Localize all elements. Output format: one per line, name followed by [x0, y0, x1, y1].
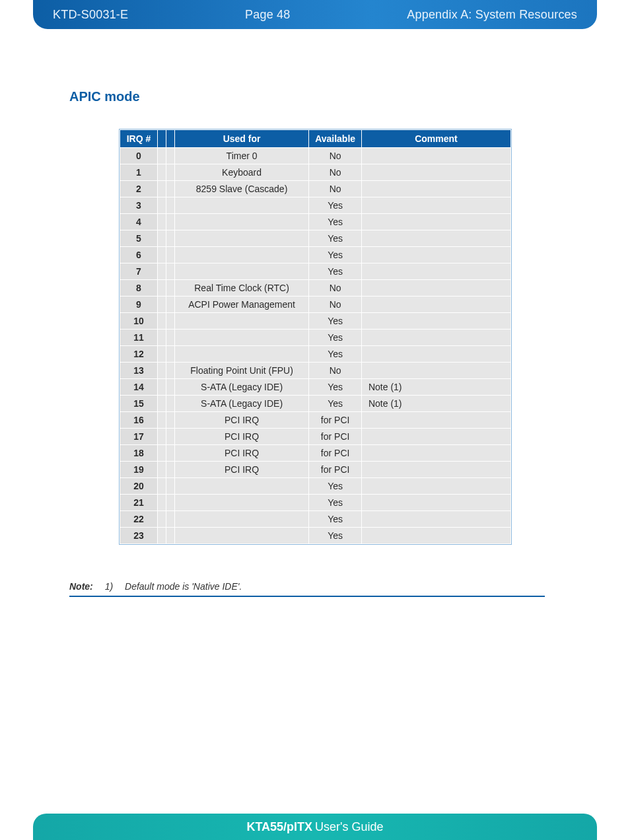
cell-used-for — [174, 511, 308, 528]
cell-gap — [157, 462, 166, 478]
table-row: 23Yes — [120, 528, 511, 544]
cell-gap — [166, 379, 174, 396]
table-row: 14S-ATA (Legacy IDE)YesNote (1) — [120, 379, 511, 396]
cell-comment — [361, 164, 510, 181]
cell-irq: 7 — [120, 263, 158, 280]
cell-available: Yes — [309, 511, 362, 528]
cell-gap — [166, 330, 174, 346]
cell-available: Yes — [309, 495, 362, 511]
cell-irq: 6 — [120, 247, 158, 263]
page-number: Page 48 — [128, 8, 407, 22]
cell-available: Yes — [309, 197, 362, 214]
cell-gap — [166, 247, 174, 263]
cell-used-for — [174, 495, 308, 511]
cell-gap — [157, 396, 166, 412]
cell-used-for: PCI IRQ — [174, 462, 308, 478]
table-row: 21Yes — [120, 495, 511, 511]
cell-available: Yes — [309, 313, 362, 330]
table-row: 3Yes — [120, 197, 511, 214]
table-row: 22Yes — [120, 511, 511, 528]
cell-gap — [166, 396, 174, 412]
cell-comment — [361, 429, 510, 445]
cell-available: No — [309, 363, 362, 379]
cell-gap — [157, 363, 166, 379]
cell-irq: 9 — [120, 297, 158, 313]
cell-irq: 21 — [120, 495, 158, 511]
cell-available: Yes — [309, 247, 362, 263]
cell-used-for — [174, 214, 308, 230]
cell-comment — [361, 478, 510, 495]
cell-available: No — [309, 164, 362, 181]
note-block: Note: 1) Default mode is 'Native IDE'. — [69, 581, 545, 597]
cell-irq: 20 — [120, 478, 158, 495]
cell-used-for — [174, 263, 308, 280]
table-row: 18PCI IRQfor PCI — [120, 445, 511, 462]
cell-gap — [157, 148, 166, 164]
cell-comment: Note (1) — [361, 379, 510, 396]
cell-available: Yes — [309, 230, 362, 247]
table-row: 11Yes — [120, 330, 511, 346]
cell-gap — [157, 478, 166, 495]
cell-gap — [157, 511, 166, 528]
cell-gap — [157, 495, 166, 511]
cell-used-for — [174, 247, 308, 263]
cell-comment — [361, 181, 510, 197]
cell-comment — [361, 363, 510, 379]
cell-available: Yes — [309, 263, 362, 280]
cell-gap — [157, 230, 166, 247]
section-name: Appendix A: System Resources — [407, 8, 597, 22]
table-row: 4Yes — [120, 214, 511, 230]
footer-product: KTA55/pITX — [246, 820, 312, 834]
cell-available: for PCI — [309, 429, 362, 445]
cell-gap — [157, 247, 166, 263]
note-number: 1) — [105, 581, 113, 592]
cell-gap — [157, 164, 166, 181]
cell-used-for — [174, 346, 308, 363]
cell-gap — [166, 412, 174, 429]
cell-gap — [166, 478, 174, 495]
table-row: 20Yes — [120, 478, 511, 495]
cell-gap — [166, 429, 174, 445]
cell-used-for: S-ATA (Legacy IDE) — [174, 396, 308, 412]
cell-gap — [157, 379, 166, 396]
table-row: 8Real Time Clock (RTC)No — [120, 280, 511, 297]
cell-available: No — [309, 148, 362, 164]
th-used-for: Used for — [174, 130, 308, 148]
cell-used-for: 8259 Slave (Cascade) — [174, 181, 308, 197]
cell-gap — [166, 313, 174, 330]
cell-comment — [361, 495, 510, 511]
note-line: Note: 1) Default mode is 'Native IDE'. — [69, 581, 545, 592]
table-row: 1KeyboardNo — [120, 164, 511, 181]
cell-used-for: Real Time Clock (RTC) — [174, 280, 308, 297]
cell-irq: 16 — [120, 412, 158, 429]
cell-used-for: PCI IRQ — [174, 429, 308, 445]
cell-gap — [166, 230, 174, 247]
cell-comment — [361, 346, 510, 363]
cell-irq: 15 — [120, 396, 158, 412]
note-rule — [69, 596, 545, 597]
table-row: 0Timer 0No — [120, 148, 511, 164]
table-row: 15S-ATA (Legacy IDE)YesNote (1) — [120, 396, 511, 412]
irq-table: IRQ # Used for Available Comment 0Timer … — [120, 129, 511, 544]
cell-comment — [361, 263, 510, 280]
cell-gap — [166, 495, 174, 511]
footer-suffix: User's Guide — [315, 820, 383, 834]
cell-irq: 22 — [120, 511, 158, 528]
th-gap — [157, 130, 166, 148]
th-gap — [166, 130, 174, 148]
cell-available: for PCI — [309, 412, 362, 429]
cell-gap — [166, 462, 174, 478]
cell-comment: Note (1) — [361, 396, 510, 412]
cell-gap — [157, 214, 166, 230]
cell-comment — [361, 445, 510, 462]
cell-gap — [157, 429, 166, 445]
cell-available: No — [309, 280, 362, 297]
cell-comment — [361, 230, 510, 247]
cell-used-for: PCI IRQ — [174, 445, 308, 462]
cell-comment — [361, 214, 510, 230]
table-row: 9ACPI Power ManagementNo — [120, 297, 511, 313]
cell-available: for PCI — [309, 445, 362, 462]
cell-gap — [157, 197, 166, 214]
table-row: 17PCI IRQfor PCI — [120, 429, 511, 445]
cell-gap — [157, 330, 166, 346]
